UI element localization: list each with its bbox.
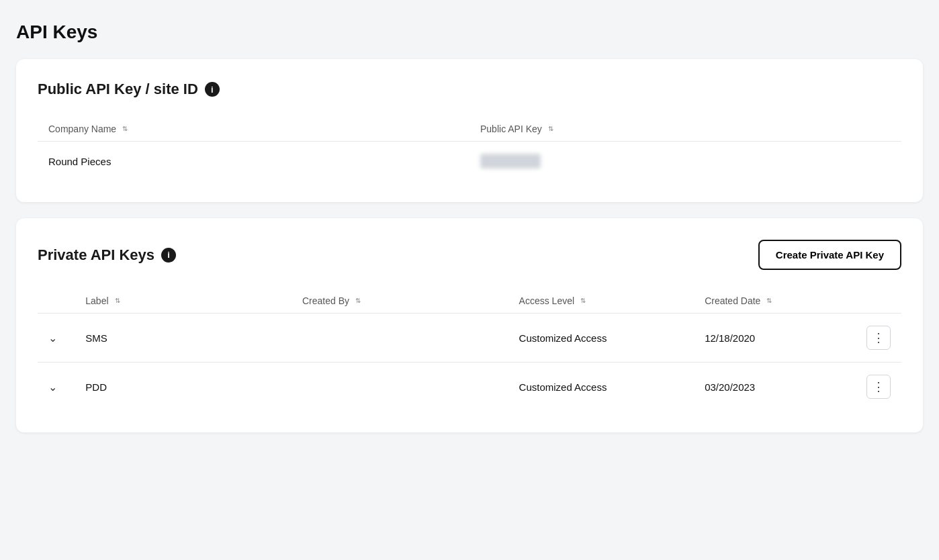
table-row: ⌄ PDD Customized Access 03/20/2023 ⋮ xyxy=(38,363,901,412)
label-sort-icon: ⇅ xyxy=(115,297,120,304)
col-header-created-date: Created Date ⇅ xyxy=(694,289,848,314)
public-table-header-row: Company Name ⇅ Public API Key ⇅ xyxy=(38,117,901,142)
company-name-sort-icon: ⇅ xyxy=(122,126,128,132)
actions-cell-sms: ⋮ xyxy=(849,314,901,363)
company-name-sort[interactable]: Company Name ⇅ xyxy=(48,124,128,134)
access-level-col-label: Access Level xyxy=(519,295,574,306)
created-by-cell-sms xyxy=(292,314,508,363)
private-card-title: Private API Keys xyxy=(38,246,154,264)
public-info-icon[interactable]: i xyxy=(205,82,220,97)
access-level-sort-icon: ⇅ xyxy=(580,297,586,304)
col-header-public-api-key: Public API Key ⇅ xyxy=(470,117,901,142)
public-api-key-card: Public API Key / site ID i Company Name … xyxy=(16,59,923,202)
label-cell-pdd: PDD xyxy=(75,363,292,412)
public-api-key-cell xyxy=(470,142,901,181)
blurred-api-key xyxy=(480,154,541,169)
label-cell-sms: SMS xyxy=(75,314,292,363)
created-by-cell-pdd xyxy=(292,363,508,412)
chevron-down-icon-sms[interactable]: ⌄ xyxy=(48,332,57,344)
private-info-icon[interactable]: i xyxy=(161,248,176,263)
label-col-label: Label xyxy=(85,295,108,306)
created-date-sort[interactable]: Created Date ⇅ xyxy=(705,295,772,306)
chevron-down-icon-pdd[interactable]: ⌄ xyxy=(48,381,57,393)
private-header-left: Private API Keys i xyxy=(38,246,176,264)
page-title: API Keys xyxy=(16,21,923,43)
public-card-header: Public API Key / site ID i xyxy=(38,81,901,98)
private-card-header: Private API Keys i Create Private API Ke… xyxy=(38,240,901,270)
col-header-created-by: Created By ⇅ xyxy=(292,289,508,314)
created-by-sort-icon: ⇅ xyxy=(355,297,361,304)
col-header-access-level: Access Level ⇅ xyxy=(508,289,695,314)
actions-cell-pdd: ⋮ xyxy=(849,363,901,412)
col-header-actions xyxy=(849,289,901,314)
private-table-header-row: Label ⇅ Created By ⇅ Access Level ⇅ xyxy=(38,289,901,314)
expand-cell-sms: ⌄ xyxy=(38,314,75,363)
created-by-sort[interactable]: Created By ⇅ xyxy=(302,295,361,306)
company-name-label: Company Name xyxy=(48,124,116,134)
col-header-company-name: Company Name ⇅ xyxy=(38,117,470,142)
col-header-label: Label ⇅ xyxy=(75,289,292,314)
public-api-key-sort[interactable]: Public API Key ⇅ xyxy=(480,124,553,134)
private-api-keys-card: Private API Keys i Create Private API Ke… xyxy=(16,218,923,432)
company-name-cell: Round Pieces xyxy=(38,142,470,181)
public-api-key-sort-icon: ⇅ xyxy=(548,126,553,132)
table-row: Round Pieces xyxy=(38,142,901,181)
created-date-cell-pdd: 03/20/2023 xyxy=(694,363,848,412)
access-level-cell-sms: Customized Access xyxy=(508,314,695,363)
expand-cell-pdd: ⌄ xyxy=(38,363,75,412)
public-api-key-label: Public API Key xyxy=(480,124,542,134)
created-date-col-label: Created Date xyxy=(705,295,760,306)
table-row: ⌄ SMS Customized Access 12/18/2020 ⋮ xyxy=(38,314,901,363)
public-api-key-table: Company Name ⇅ Public API Key ⇅ Round Pi… xyxy=(38,117,901,181)
access-level-sort[interactable]: Access Level ⇅ xyxy=(519,295,586,306)
created-date-cell-sms: 12/18/2020 xyxy=(694,314,848,363)
row-menu-button-sms[interactable]: ⋮ xyxy=(866,326,891,350)
created-date-sort-icon: ⇅ xyxy=(766,297,772,304)
access-level-cell-pdd: Customized Access xyxy=(508,363,695,412)
row-menu-button-pdd[interactable]: ⋮ xyxy=(866,375,891,399)
col-header-expand xyxy=(38,289,75,314)
private-api-keys-table: Label ⇅ Created By ⇅ Access Level ⇅ xyxy=(38,289,901,411)
label-sort[interactable]: Label ⇅ xyxy=(85,295,120,306)
created-by-col-label: Created By xyxy=(302,295,349,306)
public-card-title: Public API Key / site ID xyxy=(38,81,198,98)
create-private-api-key-button[interactable]: Create Private API Key xyxy=(758,240,901,270)
